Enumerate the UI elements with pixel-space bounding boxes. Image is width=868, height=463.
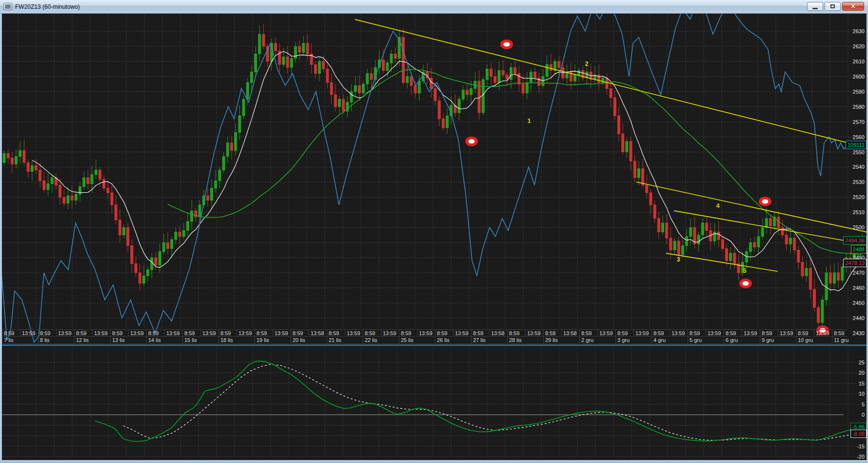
wave-label-5: 5 [743, 267, 746, 274]
panel-separator [0, 344, 868, 346]
window-title: FW20Z13 (60-minutowo) [15, 3, 80, 10]
date-label: 7 lis [2, 337, 38, 343]
time-label: 13:58 [489, 330, 507, 337]
price-axis-label: 2430 [853, 330, 865, 336]
red-ellipse-marker-1 [500, 40, 513, 49]
date-label: 21 lis [327, 337, 363, 343]
time-label: 8:59 [363, 330, 381, 337]
indicator-axis-label: 5 [862, 402, 865, 407]
time-label: 13:59 [92, 330, 110, 337]
price-axis-label: 2630 [853, 28, 865, 34]
time-label: 8:59 [218, 330, 237, 337]
time-label: 13:59 [381, 330, 399, 337]
price-axis-label: 2620 [853, 43, 865, 49]
date-label: 9 gru [760, 337, 796, 343]
time-label: 13:59 [273, 330, 291, 337]
wave-label-1: 1 [527, 117, 531, 124]
time-label: 13:59 [525, 330, 543, 337]
date-label: 11 gru [832, 337, 868, 343]
value-label-2488: 2488 [851, 245, 867, 254]
time-label: 8:59 [291, 330, 309, 337]
price-axis-label: 2550 [853, 149, 865, 155]
time-label: 8:59 [760, 330, 778, 337]
date-label: 25 lis [399, 337, 435, 343]
restore-icon [830, 4, 835, 8]
time-label: 8:59 [146, 330, 164, 337]
time-label: 13:58 [309, 330, 327, 337]
date-label: 6 gru [724, 337, 760, 343]
wave-label-3: 3 [676, 256, 680, 263]
time-label: 8:59 [182, 330, 200, 337]
window-titlebar[interactable]: FW20Z13 (60-minutowo) ✕ [0, 0, 868, 14]
minimize-button[interactable] [807, 2, 823, 11]
time-label: 8:59 [327, 330, 345, 337]
time-label: 13:59 [597, 330, 615, 337]
indicator-axis-label: 0 [862, 412, 865, 418]
time-label: 13:59 [814, 330, 832, 337]
red-ellipse-marker-2 [465, 137, 478, 146]
window-border-left [0, 14, 2, 463]
date-label: 4 gru [651, 337, 688, 343]
price-axis-label: 2580 [853, 104, 865, 110]
value-label--8.08: -8.08 [850, 430, 867, 438]
wave-label-4: 4 [716, 202, 720, 209]
indicator-axis-label: 20 [859, 370, 865, 376]
date-label: 26 lis [435, 337, 471, 343]
date-label: 3 gru [615, 337, 651, 343]
price-axis-label: 2460 [853, 285, 865, 291]
time-label: 8:59 [724, 330, 742, 337]
date-label: 18 lis [218, 337, 255, 343]
indicator-axis-label: -20 [857, 454, 865, 460]
date-label: 5 gru [688, 337, 724, 343]
red-ellipse-marker-3 [759, 197, 771, 206]
price-axis-label: 2610 [853, 59, 865, 64]
indicator-axis-label: 10 [859, 391, 865, 397]
date-label: 13 lis [110, 337, 146, 343]
price-axis-label: 2600 [853, 74, 865, 80]
price-axis-label: 2510 [853, 209, 865, 215]
time-label: 8:59 [796, 330, 814, 337]
time-label: 8:59 [435, 330, 453, 337]
app-icon [3, 3, 12, 10]
date-label: 19 lis [255, 337, 291, 343]
time-axis[interactable]: 8:5913:597 lis8:5913:598 lis8:5913:5912 … [2, 329, 848, 344]
time-label: 13:59 [417, 330, 435, 337]
time-label: 13:59 [778, 330, 796, 337]
time-label: 8:59 [615, 330, 633, 337]
time-label: 13:59 [56, 330, 74, 337]
time-label: 13:59 [453, 330, 471, 337]
time-label: 13:59 [742, 330, 760, 337]
value-label-109111: 109111 [846, 141, 867, 149]
time-label: 8:59 [399, 330, 417, 337]
time-label: 8:59 [110, 330, 128, 337]
value-label-2478.13: 2478.13 [843, 259, 867, 267]
price-axis-label: 2450 [853, 300, 865, 306]
time-label: 8:59 [651, 330, 670, 337]
date-label: 10 gru [796, 337, 832, 343]
time-label: 13:59 [633, 330, 651, 337]
price-axis-label: 2540 [853, 164, 865, 170]
window-border-bottom [0, 460, 868, 463]
price-axis-label: 2500 [853, 224, 865, 230]
main-chart-canvas[interactable]: 12345 [0, 0, 868, 463]
time-label: 13:59 [706, 330, 724, 337]
date-label: 22 lis [363, 337, 399, 343]
restore-button[interactable] [825, 2, 841, 11]
date-label: 28 lis [507, 337, 543, 343]
date-label: 14 lis [146, 337, 182, 343]
close-button[interactable]: ✕ [842, 2, 864, 11]
time-label: 13:59 [670, 330, 688, 337]
time-label: 8:59 [507, 330, 525, 337]
date-label: 27 lis [471, 337, 507, 343]
wave-label-2: 2 [585, 60, 588, 67]
price-axis-label: 2570 [853, 119, 865, 125]
time-label: 13:59 [128, 330, 146, 337]
price-axis-label: 2530 [853, 179, 865, 185]
price-axis-label: 2590 [853, 89, 865, 95]
time-label: 8:59 [255, 330, 273, 337]
price-axis-label: 2520 [853, 194, 865, 200]
date-label: 2 gru [579, 337, 615, 343]
time-label: 8:59 [688, 330, 706, 337]
time-label: 8:59 [579, 330, 597, 337]
date-label: 20 lis [291, 337, 327, 343]
